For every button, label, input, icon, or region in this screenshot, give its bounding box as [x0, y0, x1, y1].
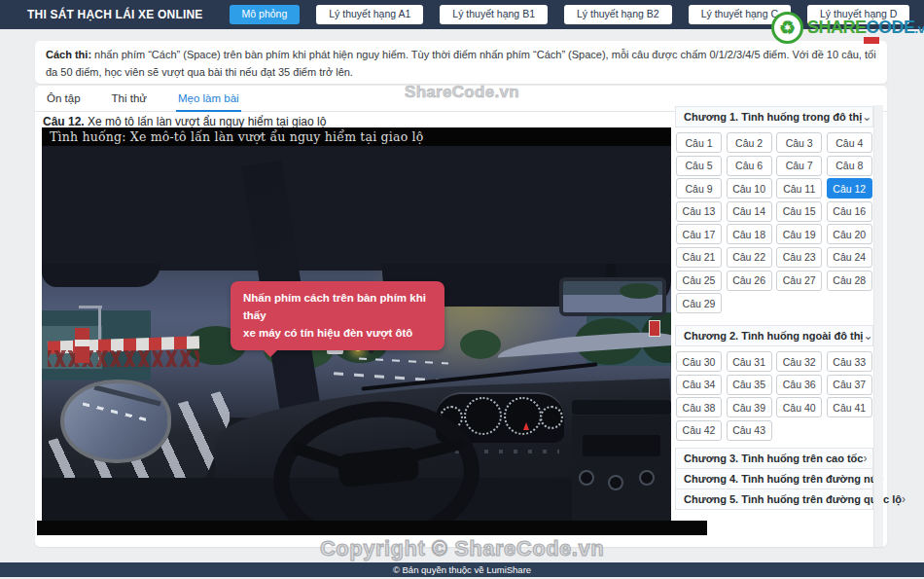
- gauge-needle: [523, 422, 529, 430]
- brand-title: THI SÁT HẠCH LÁI XE ONLINE: [27, 8, 203, 21]
- sharecode-watermark-text: SHARECODE.vn: [807, 18, 924, 38]
- question-button[interactable]: Câu 24: [827, 247, 872, 268]
- hint-tooltip: Nhấn phím cách trên bàn phím khi thấy xe…: [231, 281, 444, 350]
- question-button[interactable]: Câu 28: [827, 271, 872, 291]
- question-button[interactable]: Câu 12: [827, 178, 872, 199]
- mirror-tree-reflection: [620, 283, 658, 299]
- radio-panel: [583, 435, 660, 456]
- video-control-bar[interactable]: [37, 521, 707, 535]
- chapter-header[interactable]: Chương 5. Tình huống trên đường quốc lộ›: [675, 489, 873, 510]
- question-button[interactable]: Câu 11: [776, 178, 822, 199]
- simulation-video[interactable]: Tình huống: Xe mô-tô lấn làn vượt ẩu ngu…: [42, 127, 671, 521]
- instructions-text: nhấn phím “Cách” (Space) trên bàn phím k…: [46, 49, 876, 78]
- chapter-header[interactable]: Chương 4. Tình huống trên đường núi›: [675, 468, 873, 489]
- question-button[interactable]: Câu 1: [676, 132, 722, 153]
- question-button[interactable]: Câu 21: [676, 247, 722, 268]
- footer-text: © Bản quyền thuộc về LumiShare: [393, 564, 531, 575]
- question-grid: Câu 1Câu 2Câu 3Câu 4Câu 5Câu 6Câu 7Câu 8…: [676, 132, 873, 313]
- chapter-list: Chương 1. Tình huống trong đô thị⌄Câu 1C…: [675, 107, 873, 510]
- question-button[interactable]: Câu 31: [727, 351, 772, 372]
- question-button[interactable]: Câu 14: [727, 201, 772, 222]
- nav-item[interactable]: Lý thuyết hạng B1: [440, 5, 548, 24]
- recycle-icon: ♻: [771, 12, 803, 44]
- nav-item[interactable]: Mô phỏng: [230, 5, 301, 24]
- question-button[interactable]: Câu 43: [727, 420, 772, 441]
- question-button[interactable]: Câu 34: [676, 375, 722, 395]
- hint-line-2: xe máy có tín hiệu đèn vượt ôtô: [243, 325, 432, 343]
- question-button[interactable]: Câu 18: [727, 224, 772, 244]
- copyright-watermark: Copyright © ShareCode.vn: [0, 536, 924, 561]
- chapter-title: Chương 1. Tình huống trong đô thị: [684, 111, 862, 123]
- question-button[interactable]: Câu 7: [776, 156, 822, 176]
- question-button[interactable]: Câu 33: [827, 351, 872, 372]
- question-button[interactable]: Câu 8: [827, 156, 872, 176]
- chapter-title: Chương 2. Tình huống ngoài đô thị: [684, 330, 863, 342]
- side-mirror: [60, 380, 171, 463]
- question-button[interactable]: Câu 16: [827, 201, 872, 222]
- hint-line-1: Nhấn phím cách trên bàn phím khi thấy: [243, 290, 432, 325]
- watermark-vn: .vn: [915, 21, 924, 36]
- question-title: Câu 12. Xe mô tô lấn làn vượt ẩu nguy hi…: [43, 115, 326, 128]
- chevron-right-icon: ›: [902, 493, 906, 505]
- question-button[interactable]: Câu 22: [727, 247, 772, 268]
- question-button[interactable]: Câu 40: [776, 397, 822, 417]
- question-number: Câu 12.: [43, 115, 85, 128]
- footer-bar: © Bản quyền thuộc về LumiShare: [0, 562, 924, 577]
- question-button[interactable]: Câu 32: [776, 351, 822, 372]
- console-knob: [579, 470, 594, 486]
- chapter-header[interactable]: Chương 3. Tình huống trên cao tốc›: [675, 448, 873, 469]
- question-button[interactable]: Câu 37: [827, 375, 872, 395]
- instructions-card: Cách thi: nhấn phím “Cách” (Space) trên …: [35, 41, 887, 84]
- question-button[interactable]: Câu 3: [776, 132, 822, 153]
- center-watermark: ShareCode.vn: [0, 83, 924, 102]
- question-button[interactable]: Câu 39: [727, 397, 772, 417]
- question-button[interactable]: Câu 23: [776, 247, 822, 268]
- console-knob: [639, 470, 655, 486]
- question-button[interactable]: Câu 29: [676, 293, 722, 313]
- instructions-label: Cách thi:: [46, 49, 91, 60]
- sharecode-watermark-logo: ♻ SHARECODE.vn: [771, 12, 924, 44]
- question-button[interactable]: Câu 41: [827, 397, 872, 417]
- mirror-lane-line: [83, 403, 150, 422]
- watermark-code: CODE: [867, 18, 915, 37]
- question-button[interactable]: Câu 10: [727, 178, 772, 199]
- chapter-header[interactable]: Chương 2. Tình huống ngoài đô thị⌄: [675, 325, 873, 346]
- question-button[interactable]: Câu 42: [676, 420, 722, 441]
- question-button[interactable]: Câu 25: [676, 271, 722, 291]
- chapter-title: Chương 4. Tình huống trên đường núi: [684, 473, 879, 485]
- question-button[interactable]: Câu 4: [827, 132, 872, 153]
- question-grid: Câu 30Câu 31Câu 32Câu 33Câu 34Câu 35Câu …: [676, 351, 873, 441]
- question-button[interactable]: Câu 38: [676, 397, 722, 417]
- mirror-rail: [93, 385, 160, 407]
- question-button[interactable]: Câu 15: [776, 201, 822, 222]
- question-button[interactable]: Câu 2: [727, 132, 772, 153]
- chapter-title: Chương 5. Tình huống trên đường quốc lộ: [684, 493, 902, 505]
- question-text: Xe mô tô lấn làn vượt ẩu nguy hiểm tại g…: [85, 115, 327, 128]
- center-console: [572, 416, 671, 521]
- question-button[interactable]: Câu 35: [727, 375, 772, 395]
- question-button[interactable]: Câu 9: [676, 178, 722, 199]
- chapter-header[interactable]: Chương 1. Tình huống trong đô thị⌄: [675, 106, 873, 127]
- question-button[interactable]: Câu 20: [827, 224, 872, 244]
- nav-item[interactable]: Lý thuyết hạng B2: [564, 5, 672, 24]
- sidebar-scrollbar[interactable]: [873, 105, 883, 547]
- question-button[interactable]: Câu 5: [676, 156, 722, 176]
- chapter-title: Chương 3. Tình huống trên cao tốc: [684, 452, 863, 464]
- question-button[interactable]: Câu 26: [727, 271, 772, 291]
- watermark-ribbon: [864, 37, 879, 44]
- question-button[interactable]: Câu 19: [776, 224, 822, 244]
- console-knob: [608, 475, 623, 490]
- question-button[interactable]: Câu 6: [727, 156, 772, 176]
- chevron-down-icon: ⌄: [862, 111, 871, 123]
- rearview-mirror: [559, 277, 666, 316]
- question-button[interactable]: Câu 30: [676, 351, 722, 372]
- gauge: [540, 406, 563, 429]
- question-button[interactable]: Câu 27: [776, 271, 822, 291]
- video-overlay-title: Tình huống: Xe mô-tô lấn làn vượt ẩu ngu…: [42, 127, 671, 146]
- nav-item[interactable]: Lý thuyết hạng A1: [316, 5, 423, 24]
- question-button[interactable]: Câu 13: [676, 201, 722, 222]
- air-vents: [572, 400, 671, 415]
- question-button[interactable]: Câu 17: [676, 224, 722, 244]
- chevron-right-icon: ›: [863, 452, 867, 464]
- question-button[interactable]: Câu 36: [776, 375, 822, 395]
